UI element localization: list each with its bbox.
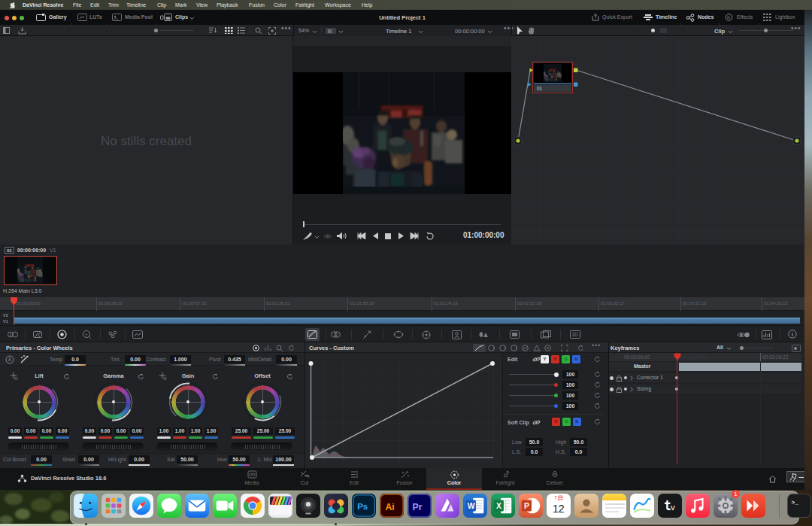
svg-text:X: X [496,502,501,510]
svg-text:>_: >_ [791,499,798,506]
svg-text:P: P [524,502,529,510]
svg-text:W: W [468,502,475,510]
svg-text:12: 12 [553,503,565,515]
svg-text:7: 7 [554,495,557,500]
svg-text:Pr: Pr [413,502,423,512]
svg-text:01: 01 [537,86,543,91]
svg-text:A: A [8,357,12,362]
svg-text:3D: 3D [572,332,579,337]
svg-text:fx: fx [727,15,731,20]
svg-text:Ps: Ps [357,502,368,511]
svg-text:+: + [85,332,88,336]
svg-text:v: v [671,503,675,512]
svg-text:3: 3 [10,333,12,337]
svg-text:Ai: Ai [386,502,395,512]
